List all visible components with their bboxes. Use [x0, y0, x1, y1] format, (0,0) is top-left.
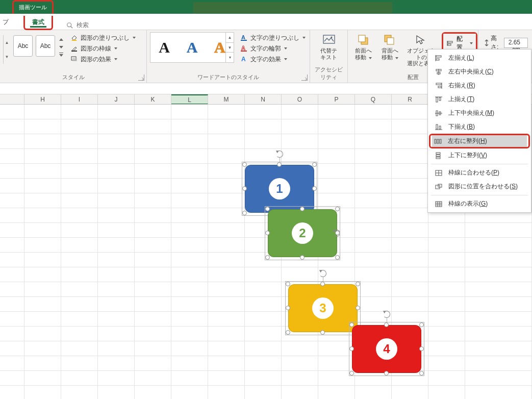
- menu-separator-1: [431, 164, 528, 164]
- shape-style-preset-2[interactable]: Abc: [36, 35, 55, 57]
- text-fill-icon: A: [240, 34, 248, 41]
- svg-rect-37: [439, 126, 441, 129]
- align-left-icon: [434, 54, 443, 62]
- svg-rect-39: [437, 139, 439, 143]
- search-icon: [66, 22, 73, 29]
- bring-forward-icon: [357, 33, 371, 46]
- wordart-preset-1[interactable]: A: [159, 39, 170, 56]
- align-center-icon: [434, 68, 443, 76]
- col-header-left-edge[interactable]: [0, 94, 24, 104]
- tell-me-search[interactable]: 検索: [66, 21, 89, 30]
- col-header[interactable]: J: [98, 94, 135, 104]
- menu-align-middle[interactable]: 上下中央揃え(M): [429, 106, 530, 120]
- menu-align-bottom[interactable]: 下揃え(B): [429, 120, 530, 134]
- svg-text:A: A: [241, 45, 245, 51]
- col-header-selected[interactable]: L: [171, 94, 208, 104]
- svg-rect-36: [436, 124, 438, 129]
- alt-text-l2: キスト: [320, 54, 337, 60]
- svg-rect-21: [436, 56, 441, 57]
- svg-rect-27: [436, 83, 441, 85]
- col-header[interactable]: M: [208, 94, 245, 104]
- group-label-wordart: ワードアートのスタイル: [150, 72, 307, 82]
- send-backward-icon: [383, 33, 397, 46]
- col-header[interactable]: R: [392, 94, 428, 104]
- text-outline-label: 文字の輪郭: [250, 44, 281, 53]
- svg-rect-11: [323, 35, 335, 43]
- svg-rect-7: [241, 40, 247, 41]
- menu-distribute-horizontal[interactable]: 左右に整列(H): [432, 135, 527, 147]
- menu-align-center[interactable]: 左右中央揃え(C): [429, 65, 530, 79]
- shape-effects-button[interactable]: 図形の効果: [69, 54, 137, 65]
- col-header[interactable]: O: [282, 94, 318, 104]
- svg-rect-9: [241, 51, 247, 52]
- align-top-icon: [434, 95, 443, 104]
- ribbon-tabs: プ 書式 検索: [0, 14, 532, 30]
- col-header[interactable]: N: [245, 94, 282, 104]
- menu-distribute-vertical[interactable]: 上下に整列(V): [429, 148, 530, 162]
- svg-rect-40: [440, 139, 441, 143]
- svg-rect-2: [72, 40, 77, 41]
- gridlines-icon: [434, 200, 443, 208]
- shape-fill-label: 図形の塗りつぶし: [81, 34, 130, 42]
- group-shape-styles: ▲▼ Abc Abc 図形の塗りつぶし 図形の枠線: [0, 30, 147, 83]
- svg-rect-5: [72, 58, 77, 61]
- shape-fill-button[interactable]: 図形の塗りつぶし: [69, 33, 137, 43]
- col-header[interactable]: H: [24, 94, 61, 104]
- svg-rect-41: [436, 153, 440, 154]
- svg-text:A: A: [241, 34, 245, 40]
- menu-snap-to-shape[interactable]: 図形に位置を合わせる(S): [429, 180, 530, 193]
- send-back-l2: 移動: [382, 54, 393, 60]
- align-icon: [446, 40, 454, 47]
- menu-align-top[interactable]: 上揃え(T): [429, 92, 530, 106]
- text-fill-button[interactable]: A 文字の塗りつぶし: [239, 33, 307, 43]
- wordart-preset-3[interactable]: A: [214, 39, 225, 56]
- group-wordart-styles: A A A ▲▼▾ A 文字の塗りつぶし A 文字の輪郭 A 文字の効果: [147, 30, 310, 83]
- send-back-l1: 背面へ: [382, 47, 398, 54]
- tab-format[interactable]: 書式: [23, 16, 53, 30]
- svg-rect-49: [436, 202, 442, 207]
- menu-align-left[interactable]: 左揃え(L): [429, 51, 530, 65]
- shape-outline-label: 図形の枠線: [81, 44, 111, 53]
- menu-view-gridlines[interactable]: 枠線の表示(G): [429, 197, 530, 211]
- svg-rect-3: [71, 51, 77, 52]
- svg-point-0: [67, 22, 71, 27]
- menu-snap-to-grid[interactable]: 枠線に合わせる(P): [429, 166, 530, 180]
- align-right-icon: [434, 82, 443, 90]
- shape-effects-label: 図形の効果: [81, 55, 111, 64]
- dialog-launcher-wordart[interactable]: [301, 74, 308, 81]
- alt-text-l1: 代替テ: [320, 47, 337, 54]
- selection-pane-icon: [414, 33, 428, 46]
- col-header[interactable]: K: [135, 94, 171, 104]
- gallery-scroll[interactable]: ▲▼▾: [225, 33, 234, 62]
- menu-align-right[interactable]: 右揃え(R): [429, 79, 530, 92]
- align-menu: 左揃え(L) 左右中央揃え(C) 右揃え(R) 上揃え(T) 上下中央揃え(M)…: [427, 49, 531, 213]
- svg-rect-43: [436, 157, 440, 159]
- height-input[interactable]: 2.65 cm: [504, 38, 528, 48]
- shape-outline-button[interactable]: 図形の枠線: [69, 43, 137, 54]
- shape-style-preset-1[interactable]: Abc: [13, 35, 33, 57]
- text-effects-button[interactable]: A 文字の効果: [239, 54, 307, 65]
- bring-forward-button[interactable]: 前面へ移動: [351, 32, 376, 61]
- title-bar: 描画ツール: [0, 0, 532, 14]
- send-backward-button[interactable]: 背面へ移動: [377, 32, 403, 61]
- distribute-v-icon: [434, 152, 443, 160]
- group-label-accessibility: アクセシビリティ: [313, 65, 344, 82]
- alt-text-button[interactable]: 代替テキスト: [316, 32, 342, 61]
- tab-prev-fragment[interactable]: プ: [0, 15, 11, 30]
- dialog-launcher-shape-styles[interactable]: [138, 74, 144, 81]
- bring-fwd-l2: 移動: [355, 54, 366, 60]
- col-header[interactable]: I: [61, 94, 98, 104]
- wordart-preset-2[interactable]: A: [187, 39, 198, 56]
- text-effects-label: 文字の効果: [250, 55, 281, 64]
- svg-rect-42: [436, 155, 440, 156]
- svg-rect-28: [438, 86, 441, 88]
- col-header[interactable]: Q: [355, 94, 392, 104]
- drawing-tools-tab: 描画ツール: [12, 0, 54, 14]
- wordart-gallery[interactable]: A A A ▲▼▾: [150, 32, 234, 63]
- col-header[interactable]: P: [318, 94, 355, 104]
- title-center: [193, 2, 392, 13]
- height-icon: [483, 39, 489, 47]
- menu-distribute-horizontal-highlight: 左右に整列(H): [429, 134, 530, 148]
- menu-separator-2: [431, 195, 528, 195]
- text-outline-button[interactable]: A 文字の輪郭: [239, 43, 307, 54]
